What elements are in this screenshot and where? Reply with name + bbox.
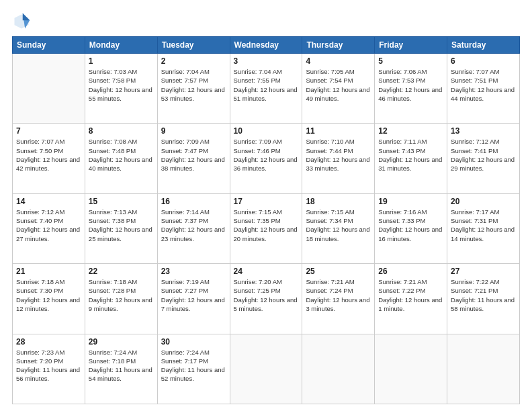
day-cell: 24Sunrise: 7:20 AMSunset: 7:25 PMDayligh…: [230, 264, 302, 334]
day-detail: Sunrise: 7:21 AMSunset: 7:24 PMDaylight:…: [306, 277, 371, 313]
day-detail: Sunrise: 7:17 AMSunset: 7:31 PMDaylight:…: [451, 208, 516, 243]
day-detail: Sunrise: 7:03 AMSunset: 7:58 PMDaylight:…: [89, 67, 154, 103]
day-cell: [302, 334, 375, 404]
day-cell: 21Sunrise: 7:18 AMSunset: 7:30 PMDayligh…: [13, 264, 85, 334]
day-detail: Sunrise: 7:10 AMSunset: 7:44 PMDaylight:…: [306, 137, 371, 173]
day-number: 23: [161, 267, 226, 276]
day-number: 11: [306, 126, 371, 136]
week-row-4: 21Sunrise: 7:18 AMSunset: 7:30 PMDayligh…: [13, 264, 520, 334]
weekday-header-monday: Monday: [85, 37, 157, 54]
page: SundayMondayTuesdayWednesdayThursdayFrid…: [0, 0, 532, 411]
day-detail: Sunrise: 7:20 AMSunset: 7:25 PMDaylight:…: [234, 277, 299, 313]
day-cell: 23Sunrise: 7:19 AMSunset: 7:27 PMDayligh…: [157, 264, 230, 334]
day-cell: 4Sunrise: 7:05 AMSunset: 7:54 PMDaylight…: [302, 54, 375, 124]
week-row-3: 14Sunrise: 7:12 AMSunset: 7:40 PMDayligh…: [13, 193, 520, 263]
day-number: 21: [16, 267, 81, 276]
day-cell: 28Sunrise: 7:23 AMSunset: 7:20 PMDayligh…: [13, 334, 85, 404]
day-cell: 8Sunrise: 7:08 AMSunset: 7:48 PMDaylight…: [85, 124, 157, 193]
day-detail: Sunrise: 7:24 AMSunset: 7:18 PMDaylight:…: [89, 348, 154, 383]
week-row-2: 7Sunrise: 7:07 AMSunset: 7:50 PMDaylight…: [13, 124, 520, 193]
day-number: 19: [378, 197, 443, 206]
day-detail: Sunrise: 7:12 AMSunset: 7:40 PMDaylight:…: [16, 208, 81, 243]
day-detail: Sunrise: 7:07 AMSunset: 7:50 PMDaylight:…: [16, 137, 81, 173]
day-detail: Sunrise: 7:12 AMSunset: 7:41 PMDaylight:…: [451, 137, 516, 173]
day-cell: 22Sunrise: 7:18 AMSunset: 7:28 PMDayligh…: [85, 264, 157, 334]
day-number: 28: [16, 337, 81, 347]
day-cell: 16Sunrise: 7:14 AMSunset: 7:37 PMDayligh…: [157, 193, 230, 263]
day-cell: 20Sunrise: 7:17 AMSunset: 7:31 PMDayligh…: [447, 193, 520, 263]
day-number: 17: [234, 197, 299, 206]
day-number: 15: [89, 197, 154, 206]
day-number: 29: [89, 337, 154, 347]
day-number: 10: [234, 126, 299, 136]
logo: [12, 12, 34, 31]
day-detail: Sunrise: 7:04 AMSunset: 7:55 PMDaylight:…: [234, 67, 299, 103]
day-cell: 13Sunrise: 7:12 AMSunset: 7:41 PMDayligh…: [447, 124, 520, 193]
day-detail: Sunrise: 7:13 AMSunset: 7:38 PMDaylight:…: [89, 208, 154, 243]
day-cell: 1Sunrise: 7:03 AMSunset: 7:58 PMDaylight…: [85, 54, 157, 124]
day-cell: 18Sunrise: 7:15 AMSunset: 7:34 PMDayligh…: [302, 193, 375, 263]
day-cell: 5Sunrise: 7:06 AMSunset: 7:53 PMDaylight…: [375, 54, 447, 124]
weekday-header-thursday: Thursday: [302, 37, 375, 54]
day-detail: Sunrise: 7:15 AMSunset: 7:35 PMDaylight:…: [234, 208, 299, 243]
weekday-header-saturday: Saturday: [447, 37, 520, 54]
day-cell: 26Sunrise: 7:21 AMSunset: 7:22 PMDayligh…: [375, 264, 447, 334]
calendar-header-row: SundayMondayTuesdayWednesdayThursdayFrid…: [13, 37, 520, 54]
day-cell: [447, 334, 520, 404]
day-cell: 17Sunrise: 7:15 AMSunset: 7:35 PMDayligh…: [230, 193, 302, 263]
day-detail: Sunrise: 7:05 AMSunset: 7:54 PMDaylight:…: [306, 67, 371, 103]
day-number: 14: [16, 197, 81, 206]
day-number: 7: [16, 126, 81, 136]
day-cell: 2Sunrise: 7:04 AMSunset: 7:57 PMDaylight…: [157, 54, 230, 124]
day-detail: Sunrise: 7:21 AMSunset: 7:22 PMDaylight:…: [378, 277, 443, 313]
day-cell: 7Sunrise: 7:07 AMSunset: 7:50 PMDaylight…: [13, 124, 85, 193]
day-cell: 27Sunrise: 7:22 AMSunset: 7:21 PMDayligh…: [447, 264, 520, 334]
day-cell: [13, 54, 85, 124]
day-number: 8: [89, 126, 154, 136]
day-detail: Sunrise: 7:18 AMSunset: 7:28 PMDaylight:…: [89, 277, 154, 313]
day-detail: Sunrise: 7:18 AMSunset: 7:30 PMDaylight:…: [16, 277, 81, 313]
day-number: 6: [451, 56, 516, 66]
day-number: 1: [89, 56, 154, 66]
day-detail: Sunrise: 7:14 AMSunset: 7:37 PMDaylight:…: [161, 208, 226, 243]
weekday-header-tuesday: Tuesday: [157, 37, 230, 54]
day-cell: 29Sunrise: 7:24 AMSunset: 7:18 PMDayligh…: [85, 334, 157, 404]
day-number: 5: [378, 56, 443, 66]
day-detail: Sunrise: 7:07 AMSunset: 7:51 PMDaylight:…: [451, 67, 516, 103]
day-number: 12: [378, 126, 443, 136]
day-cell: [230, 334, 302, 404]
day-number: 3: [234, 56, 299, 66]
weekday-header-friday: Friday: [375, 37, 447, 54]
day-detail: Sunrise: 7:23 AMSunset: 7:20 PMDaylight:…: [16, 348, 81, 383]
weekday-header-wednesday: Wednesday: [230, 37, 302, 54]
day-number: 13: [451, 126, 516, 136]
day-detail: Sunrise: 7:06 AMSunset: 7:53 PMDaylight:…: [378, 67, 443, 103]
day-number: 30: [161, 337, 226, 347]
day-cell: 12Sunrise: 7:11 AMSunset: 7:43 PMDayligh…: [375, 124, 447, 193]
weekday-header-sunday: Sunday: [13, 37, 85, 54]
day-cell: 3Sunrise: 7:04 AMSunset: 7:55 PMDaylight…: [230, 54, 302, 124]
day-number: 25: [306, 267, 371, 276]
day-detail: Sunrise: 7:24 AMSunset: 7:17 PMDaylight:…: [161, 348, 226, 383]
day-detail: Sunrise: 7:08 AMSunset: 7:48 PMDaylight:…: [89, 137, 154, 173]
day-cell: 6Sunrise: 7:07 AMSunset: 7:51 PMDaylight…: [447, 54, 520, 124]
day-detail: Sunrise: 7:22 AMSunset: 7:21 PMDaylight:…: [451, 277, 516, 313]
day-cell: 10Sunrise: 7:09 AMSunset: 7:46 PMDayligh…: [230, 124, 302, 193]
logo-icon: [12, 12, 31, 31]
day-detail: Sunrise: 7:04 AMSunset: 7:57 PMDaylight:…: [161, 67, 226, 103]
day-cell: 15Sunrise: 7:13 AMSunset: 7:38 PMDayligh…: [85, 193, 157, 263]
day-cell: [375, 334, 447, 404]
day-cell: 25Sunrise: 7:21 AMSunset: 7:24 PMDayligh…: [302, 264, 375, 334]
day-cell: 30Sunrise: 7:24 AMSunset: 7:17 PMDayligh…: [157, 334, 230, 404]
header: [12, 12, 520, 31]
day-cell: 14Sunrise: 7:12 AMSunset: 7:40 PMDayligh…: [13, 193, 85, 263]
day-cell: 19Sunrise: 7:16 AMSunset: 7:33 PMDayligh…: [375, 193, 447, 263]
day-detail: Sunrise: 7:19 AMSunset: 7:27 PMDaylight:…: [161, 277, 226, 313]
day-number: 22: [89, 267, 154, 276]
day-number: 4: [306, 56, 371, 66]
day-number: 9: [161, 126, 226, 136]
day-detail: Sunrise: 7:15 AMSunset: 7:34 PMDaylight:…: [306, 208, 371, 243]
day-detail: Sunrise: 7:11 AMSunset: 7:43 PMDaylight:…: [378, 137, 443, 173]
day-number: 24: [234, 267, 299, 276]
svg-marker-3: [23, 13, 30, 21]
